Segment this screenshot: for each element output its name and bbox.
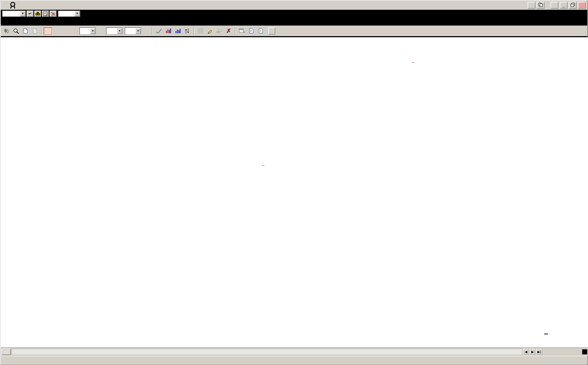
histogram-redblue-button[interactable] — [164, 27, 173, 35]
chart-toolbar: ▼ ▼ ▼ — [1, 26, 587, 37]
grid-button[interactable] — [196, 27, 205, 35]
title-bar: _ — [1, 1, 587, 10]
symbol-code-combo: ▼ — [2, 11, 26, 17]
pencil-icon — [207, 28, 213, 34]
draw-disable-button[interactable] — [50, 11, 57, 17]
toolbar-separator — [41, 27, 42, 35]
resize-corner[interactable] — [582, 349, 587, 354]
bars-blue-icon — [175, 28, 181, 34]
memo-icon — [43, 11, 48, 16]
scroll-right-button[interactable]: ▶ — [530, 349, 535, 355]
toolbar-separator — [152, 27, 152, 35]
zoom-tool-button[interactable] — [12, 27, 20, 35]
pen-slash-icon — [51, 11, 55, 16]
page-p2-icon: P — [258, 28, 263, 34]
svg-text:P: P — [250, 30, 252, 32]
copy-page-button[interactable] — [31, 27, 39, 35]
window-dropdown-icon — [239, 28, 245, 34]
category-dropdown[interactable]: ▼ — [74, 11, 80, 16]
status-bar — [1, 356, 587, 365]
candlestick-tool-button[interactable] — [2, 27, 11, 35]
toolbar-separator — [193, 27, 194, 35]
minute-select-dropdown[interactable]: ▼ — [90, 28, 96, 34]
page-gray-icon — [32, 28, 38, 34]
histogram-blue-button[interactable] — [173, 27, 182, 35]
close-button[interactable] — [578, 2, 586, 9]
save-template-button[interactable]: P — [247, 27, 256, 35]
draw-pencil-button[interactable] — [205, 27, 214, 35]
arrow-left-icon: ← — [411, 59, 416, 64]
eraser-icon — [216, 29, 222, 33]
binoculars-icon — [35, 12, 40, 16]
category-combo: ▼ — [58, 11, 80, 17]
help-button[interactable] — [550, 2, 558, 9]
unit-select-dropdown[interactable]: ▼ — [117, 28, 122, 34]
layout-window-button[interactable] — [237, 27, 246, 35]
scrollbar-thumb[interactable] — [12, 349, 522, 355]
symbol-code-input[interactable] — [3, 11, 20, 16]
app-window: _ ▼ ↵ ▼ — [0, 0, 588, 365]
scrollbar-grip[interactable] — [1, 349, 11, 355]
svg-text:P: P — [260, 30, 262, 32]
horizontal-scrollbar: ◀ ▶ ▶| — [1, 348, 588, 356]
smoothing-button[interactable] — [154, 27, 163, 35]
minute-select: ▼ — [80, 27, 96, 35]
check-line-icon — [156, 28, 162, 34]
save-button[interactable] — [268, 27, 275, 35]
period-monthly-button[interactable] — [61, 27, 69, 35]
updown-arrows-icon — [185, 28, 190, 34]
search-binoculars-button[interactable] — [34, 11, 41, 17]
copy-icon — [538, 3, 543, 7]
period-daily-button[interactable] — [44, 27, 52, 35]
enter-button[interactable]: ↵ — [27, 11, 34, 17]
page-p-icon: P — [249, 28, 254, 34]
page-icon — [23, 28, 28, 34]
candlestick-icon — [4, 28, 9, 34]
magnifier-icon — [13, 28, 19, 34]
period-weekly-button[interactable] — [53, 27, 61, 35]
bars-select: ▼ — [125, 27, 141, 35]
restore-icon — [570, 3, 575, 7]
bars-select-dropdown[interactable]: ▼ — [135, 28, 141, 34]
scroll-end-button[interactable]: ▶| — [536, 349, 542, 355]
grid-icon — [198, 28, 203, 34]
annotation-high: ← — [411, 59, 416, 64]
copy-window-button[interactable] — [537, 2, 545, 9]
chart-region: ← ← — [1, 37, 588, 341]
period-minute-button[interactable] — [70, 27, 78, 35]
volume-multiplier-badge — [544, 334, 548, 334]
arrow-left-icon: ← — [261, 162, 266, 167]
eraser-button[interactable] — [215, 27, 224, 35]
chart-canvas[interactable] — [1, 37, 588, 341]
new-page-button[interactable] — [21, 27, 30, 35]
symbol-bar: ▼ ↵ ▼ — [1, 10, 587, 17]
unit-select: ▼ — [106, 27, 123, 35]
annotation-low: ← — [261, 162, 266, 167]
restore-button[interactable] — [569, 2, 577, 9]
bars-redblue-icon — [166, 28, 171, 34]
memo-button[interactable] — [42, 11, 49, 17]
scroll-left-button[interactable]: ◀ — [523, 349, 529, 355]
font-size-button[interactable] — [527, 2, 535, 9]
load-template-button[interactable]: P — [256, 27, 265, 35]
high-low-readout — [492, 39, 498, 45]
updown-arrows-button[interactable] — [183, 27, 192, 35]
symbol-code-dropdown[interactable]: ▼ — [20, 11, 26, 16]
app-logo-icon — [9, 1, 17, 9]
minimize-button[interactable]: _ — [560, 2, 568, 9]
x-axis — [1, 341, 588, 348]
toolbar-separator — [235, 27, 236, 35]
delete-drawings-button[interactable]: ✗ — [224, 27, 233, 35]
price-bar — [1, 17, 587, 26]
